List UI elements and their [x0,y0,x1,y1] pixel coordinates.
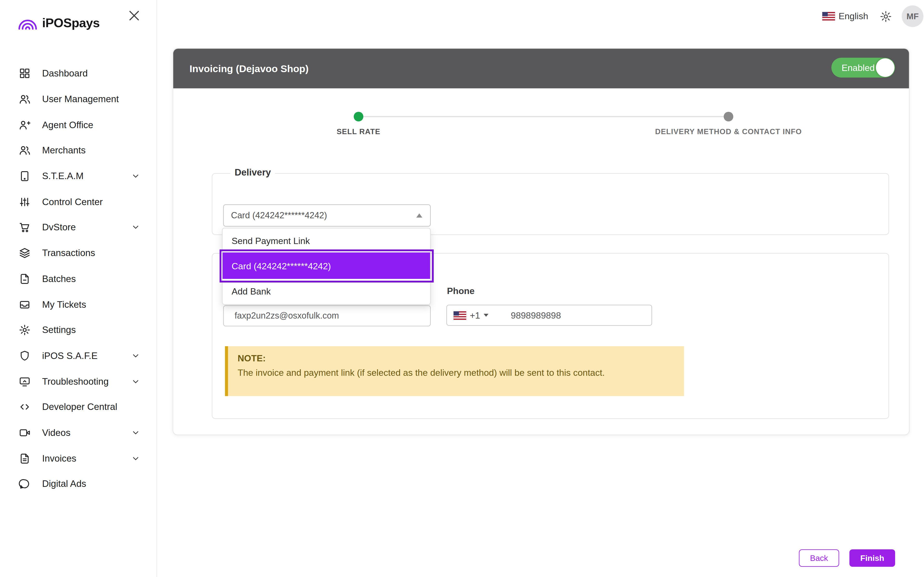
dropdown-option-card-selected[interactable]: Card (424242******4242) [223,253,430,279]
ipospays-logo-icon [18,15,38,31]
sidebar-item-settings[interactable]: Settings [0,318,157,343]
us-flag-icon [454,311,466,319]
sidebar: iPOSpays DashboardUser ManagementAgent O… [0,0,157,577]
dropdown-option-send-payment-link[interactable]: Send Payment Link [223,228,430,253]
user-plus-icon [19,119,31,131]
step-dot-sell-rate [354,112,363,121]
sidebar-item-label: iPOS S.A.F.E [42,350,97,361]
users-icon [19,145,31,156]
delivery-dropdown-menu: Send Payment Link Card (424242******4242… [222,228,431,305]
video-icon [19,427,31,439]
delivery-method-select[interactable]: Card (424242******4242) [223,205,431,227]
toggle-label: Enabled [842,58,875,77]
us-flag-icon [822,12,835,21]
sidebar-item-s-t-e-a-m[interactable]: S.T.E.A.M [0,163,157,189]
chevron-down-icon [131,454,140,463]
brand-logo: iPOSpays [18,15,100,31]
chevron-down-icon [484,314,488,317]
page-title: Invoicing (Dejavoo Shop) [190,63,309,74]
sidebar-item-label: Digital Ads [42,479,86,490]
sidebar-item-label: Troubleshooting [42,376,108,387]
brand-name: iPOSpays [42,16,100,30]
sliders-icon [19,196,31,208]
delivery-select-value: Card (424242******4242) [231,205,327,226]
chevron-down-icon [131,172,140,181]
sidebar-item-label: S.T.E.A.M [42,171,84,182]
dropdown-option-add-bank[interactable]: Add Bank [223,279,430,304]
email-input[interactable]: faxp2un2zs@osxofulk.com [223,305,431,327]
toggle-knob[interactable] [876,58,895,77]
sidebar-item-videos[interactable]: Videos [0,420,157,446]
sidebar-item-developer-central[interactable]: Developer Central [0,394,157,420]
invoicing-panel: Invoicing (Dejavoo Shop) Enabled SELL RA… [173,48,910,435]
enabled-toggle[interactable]: Enabled [831,58,895,77]
gear-icon[interactable] [879,10,892,23]
sidebar-item-label: Invoices [42,453,76,464]
phone-input[interactable]: +1 9898989898 [446,305,652,326]
message-circle-icon [19,478,31,490]
layers-icon [19,247,31,259]
sidebar-item-label: Batches [42,273,76,284]
sidebar-item-control-center[interactable]: Control Center [0,189,157,215]
panel-header: Invoicing (Dejavoo Shop) Enabled [173,49,909,89]
users-icon [19,93,31,105]
tablet-icon [19,170,31,182]
sidebar-item-merchants[interactable]: Merchants [0,138,157,163]
note-body: The invoice and payment link (if selecte… [238,367,674,378]
cart-icon [19,221,31,234]
chevron-down-icon [131,223,140,232]
sidebar-item-troubleshooting[interactable]: Troubleshooting [0,369,157,394]
sidebar-item-label: DvStore [42,222,76,233]
grid-icon [19,68,31,80]
delivery-legend: Delivery [231,167,275,178]
note-title: NOTE: [238,353,674,363]
sidebar-item-dashboard[interactable]: Dashboard [0,61,157,87]
sidebar-item-my-tickets[interactable]: My Tickets [0,292,157,318]
sidebar-item-label: Developer Central [42,402,117,413]
sidebar-item-transactions[interactable]: Transactions [0,240,157,266]
chevron-up-icon [416,213,422,218]
sidebar-item-dvstore[interactable]: DvStore [0,215,157,240]
shield-icon [19,350,31,362]
step-label-sell-rate: SELL RATE [298,127,419,136]
sidebar-item-label: Settings [42,325,76,335]
close-icon[interactable] [127,8,142,23]
sidebar-item-invoices[interactable]: Invoices [0,445,157,471]
sidebar-item-batches[interactable]: Batches [0,266,157,292]
sidebar-item-user-management[interactable]: User Management [0,86,157,112]
gear-icon [19,324,31,336]
sidebar-item-label: Dashboard [42,68,88,79]
app-root: iPOSpays DashboardUser ManagementAgent O… [0,0,924,577]
file-text-icon [19,453,31,464]
sidebar-item-label: User Management [42,94,119,105]
phone-country-code: +1 [470,310,480,321]
avatar[interactable]: MF [902,5,924,27]
back-button[interactable]: Back [799,550,839,567]
stepper-connector [359,116,729,117]
code-icon [19,401,31,413]
sidebar-nav: DashboardUser ManagementAgent OfficeMerc… [0,61,157,497]
sidebar-item-label: Videos [42,427,71,438]
sidebar-item-label: Agent Office [42,119,94,130]
sidebar-item-digital-ads[interactable]: Digital Ads [0,471,157,497]
screen-share-icon [19,375,31,387]
file-minus-icon [19,273,31,285]
step-dot-delivery [724,112,733,121]
phone-value: 9898989898 [511,310,561,321]
finish-button[interactable]: Finish [850,550,895,567]
sidebar-item-ipos-s-a-f-e[interactable]: iPOS S.A.F.E [0,343,157,369]
chevron-down-icon [131,377,140,386]
note-box: NOTE: The invoice and payment link (if s… [225,346,684,396]
step-label-delivery: DELIVERY METHOD & CONTACT INFO [608,127,849,136]
phone-label: Phone [447,285,475,296]
email-value: faxp2un2zs@osxofulk.com [234,306,339,326]
phone-country-selector[interactable]: +1 [454,310,488,321]
language-selector[interactable]: English [838,11,868,21]
chevron-down-icon [131,351,140,360]
sidebar-item-agent-office[interactable]: Agent Office [0,112,157,138]
sidebar-item-label: Control Center [42,197,103,207]
sidebar-item-label: Transactions [42,248,95,258]
inbox-icon [19,298,31,310]
sidebar-item-label: My Tickets [42,299,86,310]
chevron-down-icon [131,428,140,437]
